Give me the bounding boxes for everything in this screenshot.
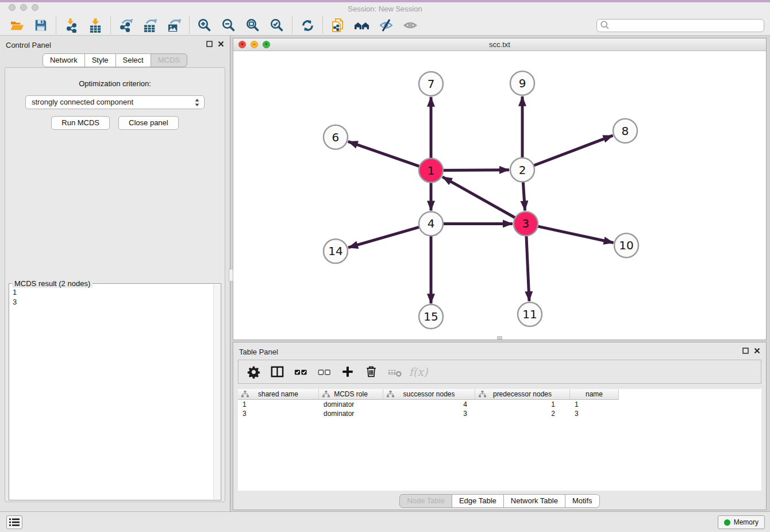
clone-network-button[interactable] bbox=[329, 17, 346, 34]
zoom-selected-button[interactable] bbox=[268, 17, 286, 34]
criterion-dropdown[interactable]: strongly connected component bbox=[25, 95, 205, 109]
import-network-button[interactable] bbox=[63, 17, 80, 34]
table-cell[interactable]: 1 bbox=[570, 400, 619, 409]
graph-edge-1-2[interactable] bbox=[436, 170, 509, 171]
graph-edge-4-14[interactable] bbox=[348, 225, 426, 248]
function-builder-button[interactable]: f(x) bbox=[410, 364, 426, 380]
run-mcds-button[interactable]: Run MCDS bbox=[51, 116, 110, 130]
column-header-successor-nodes[interactable]: successor nodes bbox=[383, 389, 475, 400]
table-toolbar: f(x) bbox=[238, 360, 761, 384]
home-icon bbox=[355, 18, 369, 33]
search-input[interactable] bbox=[610, 20, 764, 31]
graph-node-1[interactable]: 1 bbox=[419, 159, 443, 183]
tab-mcds[interactable]: MCDS bbox=[151, 53, 187, 67]
save-session-button[interactable] bbox=[32, 17, 49, 34]
tab-node-table[interactable]: Node Table bbox=[399, 494, 452, 508]
list-icon bbox=[9, 518, 20, 526]
table-row[interactable]: 1dominator411 bbox=[238, 400, 761, 409]
graph-node-15[interactable]: 15 bbox=[419, 304, 443, 329]
network-window-title: scc.txt bbox=[233, 38, 766, 51]
tab-network[interactable]: Network bbox=[43, 53, 85, 67]
graph-edge-2-8[interactable] bbox=[526, 136, 613, 168]
panel-divider-grip[interactable] bbox=[229, 269, 233, 282]
table-row[interactable]: 3dominator323 bbox=[238, 409, 761, 418]
export-image-button[interactable] bbox=[165, 17, 183, 34]
traffic-light-close[interactable] bbox=[9, 4, 16, 11]
graph-node-7[interactable]: 7 bbox=[419, 72, 443, 96]
mcds-result-item[interactable]: 3 bbox=[13, 297, 213, 307]
tab-edge-table[interactable]: Edge Table bbox=[452, 494, 504, 508]
table-cell[interactable]: dominator bbox=[319, 400, 383, 409]
home-button[interactable] bbox=[353, 17, 371, 34]
hide-details-button[interactable] bbox=[378, 17, 395, 34]
network-minimize-button[interactable]: − bbox=[251, 41, 258, 48]
graph-node-8[interactable]: 8 bbox=[613, 119, 637, 143]
mcds-result-item[interactable]: 1 bbox=[13, 287, 213, 297]
table-cell[interactable]: 2 bbox=[475, 409, 570, 418]
add-row-button[interactable] bbox=[340, 364, 356, 380]
export-table-button[interactable] bbox=[141, 17, 159, 34]
graph-edge-1-6[interactable] bbox=[348, 141, 427, 169]
table-settings-button[interactable] bbox=[245, 364, 261, 380]
graph-node-6[interactable]: 6 bbox=[324, 125, 348, 149]
zoom-fit-button[interactable] bbox=[244, 17, 261, 34]
table-cell[interactable]: dominator bbox=[319, 409, 383, 418]
network-canvas[interactable]: 7968124314101511 bbox=[233, 51, 766, 340]
tab-network-table[interactable]: Network Table bbox=[503, 494, 565, 508]
column-header-name[interactable]: name bbox=[570, 389, 619, 400]
graph-node-2[interactable]: 2 bbox=[510, 158, 534, 182]
network-close-button[interactable]: × bbox=[238, 41, 246, 48]
column-header-label: name bbox=[586, 390, 603, 398]
table-cell[interactable]: 1 bbox=[475, 400, 570, 409]
close-icon[interactable] bbox=[754, 348, 760, 354]
close-panel-button[interactable]: Close panel bbox=[118, 116, 179, 130]
traffic-light-minimize[interactable] bbox=[20, 4, 27, 11]
graph-node-9[interactable]: 9 bbox=[510, 71, 534, 95]
column-header-mcds-role[interactable]: MCDS role bbox=[319, 389, 383, 400]
canvas-resize-grip[interactable] bbox=[497, 336, 502, 340]
table-cell[interactable]: 4 bbox=[383, 400, 475, 409]
delete-column-button[interactable] bbox=[387, 364, 403, 380]
graph-node-11[interactable]: 11 bbox=[518, 302, 542, 326]
table-cell[interactable]: 1 bbox=[238, 400, 319, 409]
tab-select[interactable]: Select bbox=[116, 53, 151, 67]
deselect-all-button[interactable] bbox=[316, 364, 332, 380]
column-layout-button[interactable] bbox=[269, 364, 285, 380]
float-icon[interactable] bbox=[742, 348, 749, 354]
table-cell[interactable]: 3 bbox=[570, 409, 619, 418]
table-cell[interactable]: 3 bbox=[383, 409, 475, 418]
mcds-result-list[interactable]: 13 bbox=[9, 285, 213, 500]
toolbar-separator bbox=[322, 17, 323, 34]
export-network-button[interactable] bbox=[117, 17, 134, 34]
close-icon[interactable] bbox=[218, 41, 224, 47]
graph-node-10[interactable]: 10 bbox=[614, 233, 638, 257]
graph-edge-3-11[interactable] bbox=[526, 228, 529, 301]
graph-edge-3-1[interactable] bbox=[442, 177, 522, 222]
table-cell[interactable]: 3 bbox=[238, 409, 319, 418]
traffic-light-maximize[interactable] bbox=[32, 4, 38, 11]
task-history-button[interactable] bbox=[6, 515, 22, 529]
graph-node-14[interactable]: 14 bbox=[324, 239, 348, 263]
import-table-button[interactable] bbox=[87, 17, 104, 34]
result-scrollbar[interactable] bbox=[213, 284, 220, 499]
column-header-shared-name[interactable]: shared name bbox=[238, 389, 319, 400]
memory-button[interactable]: Memory bbox=[718, 515, 765, 529]
network-window: × − + scc.txt 7968124314101511 bbox=[233, 38, 767, 340]
tab-style[interactable]: Style bbox=[84, 53, 116, 67]
tab-motifs[interactable]: Motifs bbox=[565, 494, 600, 508]
graph-node-4[interactable]: 4 bbox=[419, 211, 443, 236]
graph-edge-3-10[interactable] bbox=[530, 225, 614, 242]
zoom-out-button[interactable] bbox=[220, 17, 237, 34]
zoom-in-button[interactable] bbox=[196, 17, 213, 34]
open-session-button[interactable] bbox=[8, 17, 25, 34]
network-maximize-button[interactable]: + bbox=[263, 41, 270, 48]
network-window-titlebar[interactable]: × − + scc.txt bbox=[233, 38, 766, 51]
graph-node-3[interactable]: 3 bbox=[514, 211, 538, 236]
float-icon[interactable] bbox=[206, 41, 213, 47]
select-all-button[interactable] bbox=[292, 364, 309, 380]
column-header-predecessor-nodes[interactable]: predecessor nodes bbox=[475, 389, 570, 400]
delete-row-button[interactable] bbox=[363, 364, 379, 380]
birds-eye-button[interactable] bbox=[402, 17, 419, 34]
table-panel-tabs: Node TableEdge TableNetwork TableMotifs bbox=[233, 494, 766, 508]
refresh-button[interactable] bbox=[299, 17, 316, 34]
